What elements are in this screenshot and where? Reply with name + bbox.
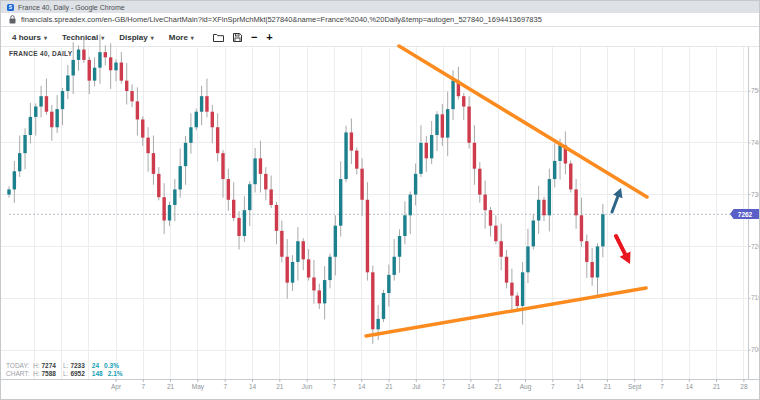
lower-wedge-line-annotation[interactable] <box>366 288 646 336</box>
arrow-down-annotation[interactable] <box>616 236 625 254</box>
technical-menu[interactable]: Technical ▾ <box>62 33 104 42</box>
candle-body-down <box>510 283 513 296</box>
x-axis-label: 14 <box>249 383 257 390</box>
candle-body-up <box>398 236 401 257</box>
today-low-value: 7233 <box>70 362 84 370</box>
candle-body-up <box>18 153 21 171</box>
arrow-down-annotation-head[interactable] <box>620 251 631 264</box>
upper-wedge-line-annotation[interactable] <box>399 46 647 197</box>
candle-body-down <box>302 241 305 259</box>
high-label: H: <box>33 362 40 370</box>
candle-body-down <box>360 169 363 200</box>
candle-body-down <box>130 91 133 101</box>
save-layout-button[interactable] <box>233 33 242 42</box>
candle-body-up <box>98 52 101 68</box>
x-axis-label: Jul <box>412 383 421 390</box>
chevron-down-icon: ▾ <box>101 34 104 41</box>
candle-body-down <box>45 96 48 112</box>
chart-stats-row: CHART: H: 7588 L: 6952 148 2.1% <box>6 370 128 378</box>
chart-label: CHART: <box>6 370 33 378</box>
candle-body-up <box>339 179 342 226</box>
candle-body-up <box>189 127 192 143</box>
candle-body-down <box>366 200 369 273</box>
candle-body-down <box>590 262 593 278</box>
today-label: TODAY: <box>6 362 33 370</box>
floppy-save-icon <box>233 33 242 42</box>
chart-symbol-title: FRANCE 40, DAILY <box>9 50 72 57</box>
candle-body-up <box>376 319 379 329</box>
candle-body-down <box>371 272 374 329</box>
candle-body-down <box>457 81 460 97</box>
candle-body-up <box>548 179 551 215</box>
candle-body-down <box>462 96 465 106</box>
arrow-up-annotation-head[interactable] <box>613 188 622 198</box>
y-axis-label: 7000 <box>751 346 760 353</box>
candle-body-up <box>537 200 540 221</box>
candle-body-down <box>280 231 283 257</box>
candle-body-up <box>596 246 599 277</box>
x-axis-label: 14 <box>358 383 366 390</box>
x-axis-label: 21 <box>604 383 612 390</box>
today-stats-row: TODAY: H: 7274 L: 7233 24 0.3% <box>6 362 128 370</box>
y-axis-label: 7200 <box>751 243 760 250</box>
candle-body-down <box>82 50 85 60</box>
candle-body-up <box>72 60 75 76</box>
candle-body-up <box>430 135 433 158</box>
x-axis-label: Jun <box>302 383 313 390</box>
candle-body-down <box>237 218 240 236</box>
candle-body-up <box>248 184 251 210</box>
candle-body-down <box>269 189 272 205</box>
candle-body-down <box>542 200 545 216</box>
address-bar[interactable]: financials.spreadex.com/en-GB/Home/LiveC… <box>1 13 759 27</box>
candle-body-up <box>114 63 117 71</box>
chevron-down-icon: ▾ <box>44 34 47 41</box>
more-menu-label: More <box>169 33 188 42</box>
chart-change-pct: 2.1% <box>108 370 123 378</box>
candle-body-down <box>312 277 315 290</box>
candle-body-down <box>221 153 224 179</box>
candle-body-down <box>569 164 572 190</box>
candle-body-down <box>307 259 310 277</box>
candle-body-down <box>120 63 123 81</box>
candle-body-down <box>489 210 492 226</box>
candle-body-up <box>451 81 454 109</box>
x-axis-label: 28 <box>740 383 748 390</box>
x-axis-label: May <box>192 383 205 391</box>
more-menu[interactable]: More ▾ <box>169 33 194 42</box>
candle-body-up <box>344 132 347 179</box>
padlock-icon[interactable] <box>9 15 16 24</box>
chevron-down-icon: ▾ <box>191 34 194 41</box>
candle-body-down <box>216 127 219 153</box>
zoom-out-button[interactable]: − <box>251 32 257 43</box>
x-axis-label: 7 <box>333 383 337 390</box>
candle-body-up <box>253 158 256 184</box>
candle-body-up <box>179 166 182 189</box>
candle-body-down <box>494 226 497 242</box>
url-text[interactable]: financials.spreadex.com/en-GB/Home/LiveC… <box>21 15 542 24</box>
x-axis-label: 21 <box>713 383 721 390</box>
today-change-value: 24 <box>92 362 99 370</box>
candle-body-down <box>505 257 508 283</box>
display-menu[interactable]: Display ▾ <box>119 33 153 42</box>
chevron-down-icon: ▾ <box>151 34 154 41</box>
candle-body-down <box>483 195 486 211</box>
candle-body-up <box>29 117 32 135</box>
chart-canvas[interactable]: 750074007300720071007000Apr721May71421Ju… <box>1 1 760 400</box>
candle-body-down <box>500 241 503 257</box>
x-axis-label: 21 <box>385 383 393 390</box>
candle-body-up <box>23 135 26 153</box>
candle-body-down <box>467 107 470 143</box>
x-axis-label: 7 <box>551 383 555 390</box>
candle-body-down <box>564 145 567 163</box>
zoom-in-button[interactable]: + <box>266 32 272 43</box>
candle-body-up <box>558 145 561 161</box>
candle-body-up <box>393 257 396 275</box>
chart-toolbar: 4 hours ▾ Technical ▾ Display ▾ More ▾ <box>1 28 759 47</box>
open-layout-button[interactable] <box>213 33 224 42</box>
timeframe-menu[interactable]: 4 hours ▾ <box>12 33 47 42</box>
candle-body-down <box>516 296 519 306</box>
candle-body-down <box>259 158 262 174</box>
candle-body-down <box>104 52 107 57</box>
candle-body-up <box>435 114 438 135</box>
arrow-up-annotation[interactable] <box>612 196 618 212</box>
